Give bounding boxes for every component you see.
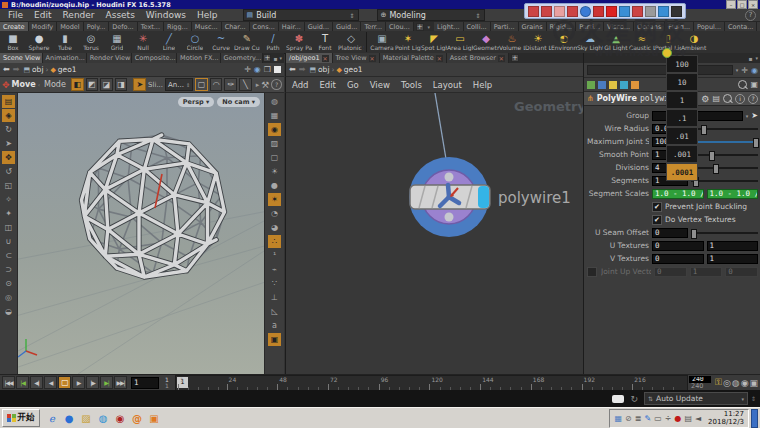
houdini-icon[interactable]: @ — [131, 412, 144, 425]
ladder-step-p001[interactable]: .001 — [666, 145, 698, 163]
point-numbers-icon[interactable]: ¹ — [268, 249, 281, 262]
tray-volume-icon[interactable]: ◄ — [695, 414, 701, 423]
u-textures-field-0[interactable]: 0 — [652, 241, 704, 251]
audio-icon[interactable]: ◍ — [732, 378, 740, 388]
menu-render[interactable]: Render — [63, 10, 95, 20]
net-menu-tools[interactable]: Tools — [401, 80, 422, 90]
param-cyan-icon[interactable] — [620, 81, 628, 89]
network-canvas[interactable]: Geometry polywi — [285, 93, 584, 374]
back-icon[interactable]: ⬅ — [3, 65, 10, 74]
recorder-icon-5[interactable] — [593, 6, 604, 17]
recorder-icon-1[interactable] — [541, 6, 552, 17]
display-shaded-icon[interactable]: ◍ — [268, 95, 281, 108]
next-key-button[interactable]: ▶| — [100, 376, 113, 389]
office-icon[interactable]: ▣ — [148, 412, 161, 425]
shelf-tab-rigg[interactable]: Rigg... — [164, 22, 192, 31]
camera-tool[interactable]: ▣Camera — [369, 33, 395, 51]
persp-selector[interactable]: Persp ▾ — [178, 97, 214, 107]
go-start-button[interactable]: |◀◀ — [2, 376, 15, 389]
recorder-icon-8[interactable] — [632, 6, 643, 17]
font-tool[interactable]: TFont — [312, 33, 338, 51]
recorder-icon-11[interactable] — [671, 6, 682, 17]
group-pick-arrow-icon[interactable]: ➤ — [751, 111, 758, 120]
shelf-tab-colli[interactable]: Colli... — [464, 22, 491, 31]
recorder-icon-7[interactable] — [619, 6, 630, 17]
select-objects-icon[interactable]: ◧ — [71, 78, 84, 91]
spot-light-tool[interactable]: ◤Spot Light — [421, 33, 447, 51]
headlight-icon[interactable]: ☀ — [268, 165, 281, 178]
pane-tab-materialpalette[interactable]: Material Palette✕ — [380, 53, 447, 63]
net-add-tab-icon[interactable]: + — [511, 54, 519, 62]
cube-view-icon[interactable]: ❒ — [264, 65, 271, 74]
shelf-tab-terr[interactable]: Terr... — [361, 22, 386, 31]
background-image-icon[interactable]: ▨ — [268, 137, 281, 150]
recorder-icon[interactable]: ◉ — [114, 412, 127, 425]
prim-normals-icon[interactable]: ⊥ — [268, 291, 281, 304]
shelf-tab-popul[interactable]: Popul... — [694, 22, 725, 31]
prev-frame-button[interactable]: ◀| — [30, 376, 43, 389]
shelf-tab-guid[interactable]: Guid... — [305, 22, 333, 31]
tray-display-icon[interactable]: ▭ — [654, 414, 662, 423]
node-label[interactable]: polywire1 — [498, 189, 571, 207]
pane-tab-motionfx[interactable]: Motion FX...✕ — [177, 53, 220, 63]
recorder-icon-2[interactable] — [554, 6, 565, 17]
param-panel-icon[interactable]: ▣ — [750, 80, 758, 89]
recorder-icon-0[interactable] — [528, 6, 539, 17]
joint-up-vector-field-2[interactable]: 0 — [725, 267, 758, 277]
pin-icon[interactable]: ✛ — [244, 65, 251, 74]
u-seam-offset-field[interactable]: 0 — [652, 228, 688, 238]
torus-tool[interactable]: ◎Torus — [78, 33, 104, 51]
draw-curve-tool[interactable]: ✎Draw Curve — [234, 33, 260, 51]
param-maximize-icon[interactable]: ▪ — [748, 55, 752, 62]
close-tab-icon[interactable]: ✕ — [436, 55, 443, 62]
shelf-tab-modify[interactable]: Modify — [29, 22, 58, 31]
max-joint-scale-slider[interactable] — [691, 137, 758, 146]
save-preset-icon[interactable]: ▤ — [712, 94, 720, 103]
display-wire-icon[interactable]: ▦ — [268, 109, 281, 122]
desktop-combo[interactable]: ▤ Build ⇕ — [243, 9, 359, 21]
white-square-icon[interactable] — [274, 66, 281, 73]
camera-selector[interactable]: No cam ▾ — [217, 97, 260, 107]
area-light-tool[interactable]: ▭Area Light — [447, 33, 473, 51]
snap-edge-icon[interactable]: ⊂ — [2, 249, 15, 262]
point-normals-icon[interactable]: ⌁ — [268, 263, 281, 276]
select-prims-icon[interactable]: ◨ — [115, 78, 128, 91]
mode-label[interactable]: Mode — [44, 80, 66, 89]
snap-point-icon[interactable]: ∪ — [2, 235, 15, 248]
spray-paint-tool[interactable]: ✽Spray Paint — [286, 33, 312, 51]
recorder-icon-3[interactable] — [567, 6, 578, 17]
lasso-select-icon[interactable]: ◠ — [210, 78, 223, 91]
u-textures-field-1[interactable]: 1 — [707, 241, 759, 251]
prev-key-button[interactable]: |◀ — [16, 376, 29, 389]
menu-help[interactable]: Help — [197, 10, 218, 20]
param-green-icon[interactable] — [587, 81, 595, 89]
range-start-bottom[interactable]: 1 — [160, 383, 174, 389]
forward-icon[interactable]: ➡ — [13, 65, 20, 74]
joint-up-vector-enable-checkbox[interactable] — [587, 267, 597, 277]
param-filter-field[interactable] — [587, 65, 733, 75]
divisions-slider[interactable] — [691, 163, 758, 172]
gear-icon[interactable]: ⚙ — [701, 94, 709, 104]
select-arrow-icon[interactable]: ➤ — [133, 78, 146, 91]
bulb-icon[interactable]: ✶ — [268, 193, 281, 206]
net-menu-go[interactable]: Go — [347, 80, 359, 90]
close-icon[interactable]: × — [748, 0, 758, 9]
refresh-icon[interactable]: ↻ — [630, 394, 638, 404]
path-tool[interactable]: /Path — [260, 33, 286, 51]
group-dropdown-icon[interactable]: ▾ — [746, 113, 749, 119]
profile-icon[interactable]: ◺ — [268, 305, 281, 318]
shelf-tab-poly[interactable]: Poly... — [84, 22, 110, 31]
pane-tab-animation[interactable]: Animation...✕ — [43, 53, 87, 63]
net-menu-help[interactable]: Help — [473, 80, 492, 90]
laser-select-icon[interactable]: ╲ — [239, 78, 252, 91]
shelf-tab-text[interactable]: Text... — [138, 22, 164, 31]
render-region-icon[interactable]: ◒ — [2, 305, 15, 318]
pane-maximize-icon[interactable]: ▪ — [273, 55, 277, 62]
u-seam-offset-slider[interactable] — [691, 228, 758, 237]
info-circle-icon[interactable]: ? — [271, 79, 282, 90]
play-button[interactable]: ▶ — [72, 376, 85, 389]
snap-grid-icon[interactable]: ◫ — [2, 221, 15, 234]
wire-radius-slider[interactable] — [691, 124, 758, 133]
distant-light-tool[interactable]: ☀Distant Light — [525, 33, 551, 51]
pane-tab-objgeo1[interactable]: /obj/geo1✕ — [286, 53, 333, 63]
